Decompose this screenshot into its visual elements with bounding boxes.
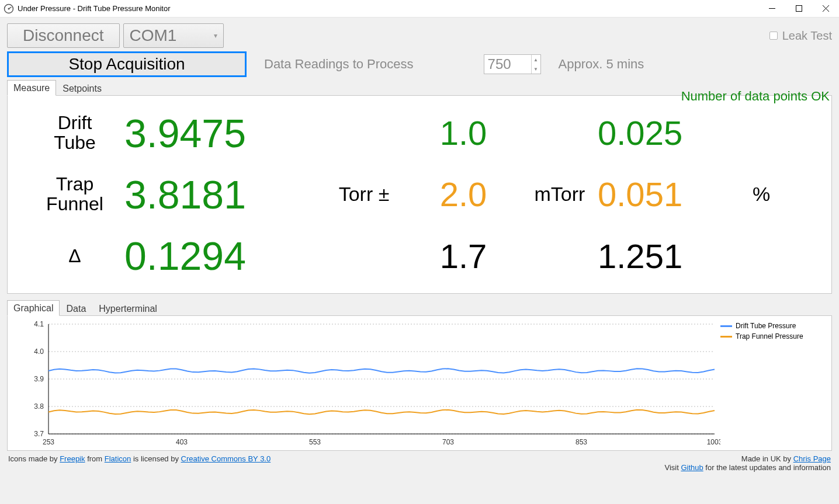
- legend-label-trap: Trap Funnel Pressure: [736, 332, 803, 340]
- com-port-value: COM1: [130, 26, 177, 45]
- readings-value: 750: [484, 55, 531, 74]
- tab-graphical[interactable]: Graphical: [7, 300, 60, 316]
- unit-percent: %: [744, 183, 779, 206]
- row-label-delta: Δ: [25, 246, 124, 266]
- measure-panel: DriftTube 3.9475 1.0 0.025 TrapFunnel 3.…: [7, 95, 832, 294]
- tab-hyperterminal[interactable]: Hyperterminal: [92, 301, 164, 316]
- link-flaticon[interactable]: Flaticon: [105, 454, 131, 463]
- svg-text:853: 853: [575, 438, 587, 446]
- approx-label: Approx. 5 mins: [559, 57, 644, 72]
- link-cc[interactable]: Creative Commons BY 3.0: [181, 454, 271, 463]
- legend: Drift Tube Pressure Trap Funnel Pressure: [720, 319, 826, 448]
- status-message: Number of data points OK: [681, 89, 830, 104]
- spin-down-icon[interactable]: ▼: [532, 64, 540, 74]
- readings-label: Data Readings to Process: [264, 57, 414, 72]
- drift-pm: 1.0: [405, 113, 522, 152]
- chart-panel: 3.73.83.94.04.12534035537038531003 Drift…: [7, 315, 832, 451]
- pressure-chart: 3.73.83.94.04.12534035537038531003: [13, 319, 720, 448]
- titlebar: Under Pressure - Drift Tube Pressure Mon…: [0, 0, 839, 18]
- footer-credits: Icons made by Freepik from Flaticon is l…: [8, 454, 271, 463]
- drift-pressure: 3.9475: [124, 110, 323, 156]
- svg-text:1003: 1003: [707, 438, 720, 446]
- unit-torr: Torr ±: [323, 183, 405, 206]
- link-freepik[interactable]: Freepik: [60, 454, 85, 463]
- leak-test-label: Leak Test: [782, 29, 832, 43]
- trap-mtorr: 0.051: [598, 175, 744, 214]
- svg-text:3.9: 3.9: [34, 375, 44, 383]
- legend-label-drift: Drift Tube Pressure: [736, 322, 796, 330]
- svg-text:703: 703: [442, 438, 454, 446]
- svg-text:3.8: 3.8: [34, 402, 44, 411]
- trap-pressure: 3.8181: [124, 172, 323, 217]
- footer-author: Made in UK by Chris Page: [741, 454, 831, 463]
- row-label-drift: DriftTube: [25, 113, 124, 152]
- stop-acquisition-button[interactable]: Stop Acquisition: [7, 51, 247, 77]
- unit-mtorr: mTorr: [522, 183, 598, 206]
- legend-swatch-drift: [720, 325, 732, 327]
- link-author[interactable]: Chris Page: [793, 454, 831, 463]
- delta-pressure: 0.1294: [124, 233, 323, 279]
- svg-text:4.1: 4.1: [34, 320, 44, 328]
- delta-pm: 1.7: [405, 237, 522, 276]
- delta-mtorr: 1.251: [598, 237, 744, 276]
- leak-test-checkbox[interactable]: [769, 32, 778, 40]
- svg-text:553: 553: [309, 438, 321, 446]
- com-port-select[interactable]: COM1 ▾: [123, 23, 224, 48]
- svg-point-1: [8, 8, 10, 9]
- svg-text:403: 403: [176, 438, 188, 446]
- link-github[interactable]: Github: [681, 463, 703, 472]
- tab-measure[interactable]: Measure: [7, 80, 56, 96]
- svg-text:4.0: 4.0: [34, 347, 44, 356]
- svg-text:3.7: 3.7: [34, 430, 44, 438]
- trap-pm: 2.0: [405, 175, 522, 214]
- footer-github: Visit Github for the latest updates and …: [665, 463, 831, 472]
- svg-rect-2: [796, 6, 802, 12]
- disconnect-button[interactable]: Disconnect: [7, 23, 120, 48]
- maximize-button[interactable]: [785, 0, 812, 17]
- row-label-trap: TrapFunnel: [25, 175, 124, 214]
- tab-data[interactable]: Data: [60, 301, 92, 316]
- tab-setpoints[interactable]: Setpoints: [56, 81, 108, 96]
- minimize-button[interactable]: [758, 0, 785, 17]
- spin-up-icon[interactable]: ▲: [532, 55, 540, 64]
- svg-text:253: 253: [43, 438, 54, 446]
- app-icon: [4, 4, 14, 14]
- readings-input[interactable]: 750 ▲ ▼: [484, 54, 541, 74]
- drift-mtorr: 0.025: [598, 113, 744, 152]
- close-button[interactable]: [812, 0, 839, 17]
- window-title: Under Pressure - Drift Tube Pressure Mon…: [18, 4, 758, 13]
- chevron-down-icon: ▾: [214, 32, 217, 40]
- legend-swatch-trap: [720, 336, 732, 338]
